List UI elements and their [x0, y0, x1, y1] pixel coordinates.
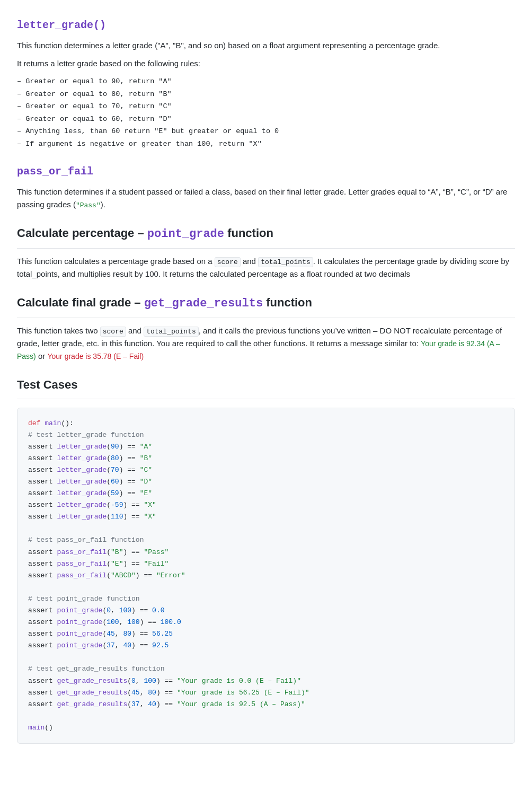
get-grade-results-title: Calculate final grade – get_grade_result…	[17, 293, 515, 318]
ggr-desc-pre: This function takes two	[17, 326, 100, 335]
ggr-desc-mid1: and	[126, 326, 144, 335]
pg-desc-mid: and	[241, 257, 258, 266]
pg-code2: total_points	[258, 257, 313, 267]
pass-label: "Pass"	[76, 201, 101, 209]
test-cases-title: Test Cases	[17, 375, 515, 399]
pg-desc-pre: This function calculates a percentage gr…	[17, 257, 215, 266]
ggr-example2: Your grade is 35.78 (E – Fail)	[47, 352, 144, 360]
rule-item: Greater or equal to 90, return "A"	[17, 75, 515, 88]
ggr-code1: score	[100, 327, 126, 337]
rule-item: Greater or equal to 80, return "B"	[17, 88, 515, 101]
point-grade-title: Calculate percentage – point_grade funct…	[17, 224, 515, 248]
rule-item: Anything less, than 60 return "E" but gr…	[17, 125, 515, 138]
ggr-title-pre: Calculate final grade –	[17, 296, 144, 309]
rule-item: If argument is negative or greater than …	[17, 138, 515, 151]
point-grade-title-code: point_grade	[147, 227, 224, 241]
ggr-code2: total_points	[144, 327, 199, 337]
test-cases-section: Test Cases def main(): # test letter_gra…	[17, 375, 515, 744]
pass-or-fail-title: pass_or_fail	[17, 163, 515, 180]
point-grade-section: Calculate percentage – point_grade funct…	[17, 224, 515, 280]
letter-grade-description: This function determines a letter grade …	[17, 39, 515, 52]
pass-or-fail-desc-post: ).	[101, 200, 105, 209]
rule-item: Greater or equal to 60, return "D"	[17, 113, 515, 126]
pg-code1: score	[215, 257, 241, 267]
letter-grade-title: letter_grade()	[17, 17, 515, 34]
pass-or-fail-section: pass_or_fail This function determines if…	[17, 163, 515, 212]
point-grade-description: This function calculates a percentage gr…	[17, 255, 515, 281]
letter-grade-rules: Greater or equal to 90, return "A" Great…	[17, 75, 515, 151]
pass-or-fail-description: This function determines if a student pa…	[17, 186, 515, 212]
point-grade-title-post: function	[224, 226, 273, 240]
get-grade-results-section: Calculate final grade – get_grade_result…	[17, 293, 515, 363]
letter-grade-subtitle: It returns a letter grade based on the f…	[17, 57, 515, 70]
ggr-desc-or: or	[36, 351, 48, 360]
get-grade-results-description: This function takes two score and total_…	[17, 324, 515, 363]
point-grade-title-pre: Calculate percentage –	[17, 226, 147, 240]
rule-item: Greater or equal to 70, return "C"	[17, 100, 515, 113]
ggr-title-code: get_grade_results	[144, 297, 263, 310]
letter-grade-section: letter_grade() This function determines …	[17, 17, 515, 151]
ggr-title-post: function	[263, 296, 312, 309]
code-block: def main(): # test letter_grade function…	[17, 408, 515, 744]
